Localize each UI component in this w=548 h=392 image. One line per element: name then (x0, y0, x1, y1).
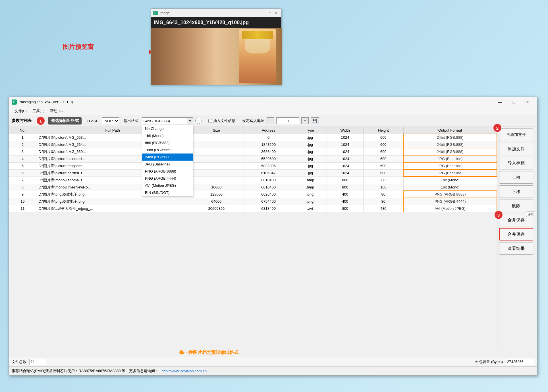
merge-save-button-2[interactable]: 合并保存 (499, 228, 533, 240)
dropdown-option-no-change[interactable]: No Change (142, 125, 193, 132)
table-cell: 80 (364, 191, 403, 198)
add-file-again-button[interactable]: 再添加文件 (499, 128, 533, 141)
import-archive-button[interactable]: 导入存档 (499, 157, 533, 169)
move-down-button[interactable]: 下移 (499, 185, 533, 198)
annotation-tooltip-1: 先选择输出格式 (48, 117, 82, 125)
table-row[interactable]: 3D:\图片库\picture\IMG_669...3686400.jpg102… (9, 148, 497, 155)
table-cell: 1024 (327, 134, 364, 141)
menu-help[interactable]: 帮助(H) (47, 108, 65, 115)
table-row[interactable]: 6D:\图片库\picture\garden_t...6106347.jpg10… (9, 169, 497, 177)
table-cell (189, 148, 244, 155)
dropdown-option-png8888[interactable]: PNG (ARGB:8888) (142, 168, 193, 175)
lianxu-badge: 连续 (526, 211, 535, 217)
table-row[interactable]: 10D:\图片库\png\菱致电子.png640006754400.png400… (9, 198, 497, 205)
dropdown-option-24bit[interactable]: 24bit (RGB:888) (142, 154, 193, 161)
flash-select[interactable]: NOR (102, 117, 119, 124)
table-row[interactable]: 8D:\图片库\mono\TimesNewRo...100006616400.b… (9, 184, 497, 191)
image-close-button[interactable]: ✕ (274, 11, 279, 16)
table-row[interactable]: 1D:\图片库\picture\IMG_663...0.jpg102460024… (9, 134, 497, 141)
table-cell: 600 (364, 162, 403, 169)
table-cell: 4 (9, 155, 36, 162)
address-plus-button[interactable]: + (301, 117, 309, 124)
save-icon-button[interactable]: 💾 (311, 117, 319, 124)
move-up-button[interactable]: 上移 (499, 171, 533, 184)
table-cell (189, 162, 244, 169)
table-cell: 1843200 (244, 141, 293, 148)
table-cell: 1bit (Mono) (403, 184, 497, 191)
dropdown-option-8bit[interactable]: 8bit (RGB:332) (142, 139, 193, 146)
add-file-button[interactable]: 添加文件 (499, 143, 533, 155)
table-cell: .jpg (293, 141, 327, 148)
table-cell: 24bit (RGB:888) (403, 141, 497, 148)
dropdown-option-16bit[interactable]: 16bit (RGB:565) (142, 146, 193, 154)
table-cell: .jpg (293, 134, 327, 141)
table-cell: 600 (364, 134, 403, 141)
menu-file[interactable]: 文件(F) (12, 108, 30, 115)
menu-tools[interactable]: 工具(T) (30, 108, 47, 115)
dropdown-option-bin[interactable]: BIN (BIN/DOT) (142, 189, 193, 196)
image-minimize-button[interactable]: — (261, 11, 266, 16)
output-format-menu: No Change 1bit (Mono) 8bit (RGB:332) 16b… (142, 125, 193, 196)
address-input[interactable] (276, 117, 299, 124)
table-cell: 5832096 (244, 162, 293, 169)
insert-file-checkbox[interactable] (208, 119, 212, 123)
table-cell: 1024 (327, 162, 364, 169)
table-cell: 6616400 (244, 184, 293, 191)
table-row[interactable]: 9D:\图片库\png\菱致电子.png1280006626400.png400… (9, 191, 497, 198)
footer-link[interactable]: http://www.lcdvision.com.cn (161, 369, 207, 373)
close-button[interactable]: ✕ (521, 98, 534, 106)
footer-bar: 推荐结合瑞佑(RAIO)液晶控制芯片使用：RA8875/RA8876/RA888… (9, 366, 537, 375)
table-row[interactable]: 5D:\图片库\picture\fengsher...5832096.jpg10… (9, 162, 497, 169)
col-header-width: Width (327, 127, 364, 134)
address-minus-button[interactable]: - (267, 117, 274, 124)
main-window-controls: — □ ✕ (494, 98, 534, 106)
table-cell: 600 (364, 141, 403, 148)
insert-file-label: 插入文件信息 (213, 118, 235, 123)
main-window: P Packaging Tool x64 (Ver: 2.0.1.0) — □ … (9, 97, 537, 376)
set-address-label: 设定写入地址 (242, 118, 264, 123)
file-table: No. Full Path Size Address Type Width He… (9, 127, 497, 212)
total-files-label: 文件总数 (12, 359, 26, 364)
table-row[interactable]: 7D:\图片库\mono\Tahoma_t...6610400.bmp80060… (9, 177, 497, 184)
table-cell: 11 (9, 205, 36, 212)
delete-button[interactable]: 删除 (499, 200, 533, 212)
table-cell: 1 (9, 134, 36, 141)
table-cell: 480 (364, 205, 403, 212)
maximize-button[interactable]: □ (507, 98, 520, 106)
output-format-dropdown-btn[interactable]: ▼ (187, 117, 193, 124)
table-cell: .jpg (293, 169, 327, 177)
preview-arrow (119, 48, 153, 56)
insert-file-checkbox-container: 插入文件信息 (208, 118, 235, 123)
table-cell (189, 141, 244, 148)
dropdown-option-1bit[interactable]: 1bit (Mono) (142, 132, 193, 139)
dropdown-option-avi[interactable]: AVI (Motion JPEG) (142, 182, 193, 189)
table-row[interactable]: 4D:\图片库\picture\coloured...5529600.jpg10… (9, 155, 497, 162)
table-cell: 64000 (189, 198, 244, 205)
package-size-input[interactable] (506, 359, 534, 365)
view-result-button[interactable]: 查看结果 (499, 242, 533, 255)
table-cell: 800 (327, 177, 364, 184)
table-cell: 6626400 (244, 191, 293, 198)
table-cell: 60 (364, 177, 403, 184)
table-cell: 8 (9, 184, 36, 191)
image-window-controls: — □ ✕ (261, 11, 279, 16)
table-cell: 3686400 (244, 148, 293, 155)
minimize-button[interactable]: — (494, 98, 507, 106)
image-maximize-button[interactable]: □ (267, 11, 273, 16)
footer-text: 推荐结合瑞佑(RAIO)液晶控制芯片使用：RA8875/RA8876/RA888… (12, 368, 159, 374)
table-cell: 800 (327, 184, 364, 191)
table-cell: 800 (327, 205, 364, 212)
output-format-input[interactable] (142, 117, 187, 124)
content-area: No. Full Path Size Address Type Width He… (9, 127, 537, 349)
dropdown-option-jpg[interactable]: JPG (Baseline) (142, 161, 193, 168)
col-header-type: Type (293, 127, 327, 134)
table-row[interactable]: 2D:\图片库\picture\IMG_664...1843200.jpg102… (9, 141, 497, 148)
help-button[interactable]: ? (195, 118, 202, 124)
image-window-icon (153, 11, 158, 15)
table-row[interactable]: 11D:\图片库\avi\蓝天流云_mjpeg_...2060686668184… (9, 205, 497, 212)
dropdown-option-png4444[interactable]: PNG (ARGB:4444) (142, 175, 193, 182)
table-cell: .bmp (293, 184, 327, 191)
total-files-input[interactable] (29, 359, 46, 365)
table-container[interactable]: No. Full Path Size Address Type Width He… (9, 127, 497, 320)
table-cell: 100 (364, 184, 403, 191)
